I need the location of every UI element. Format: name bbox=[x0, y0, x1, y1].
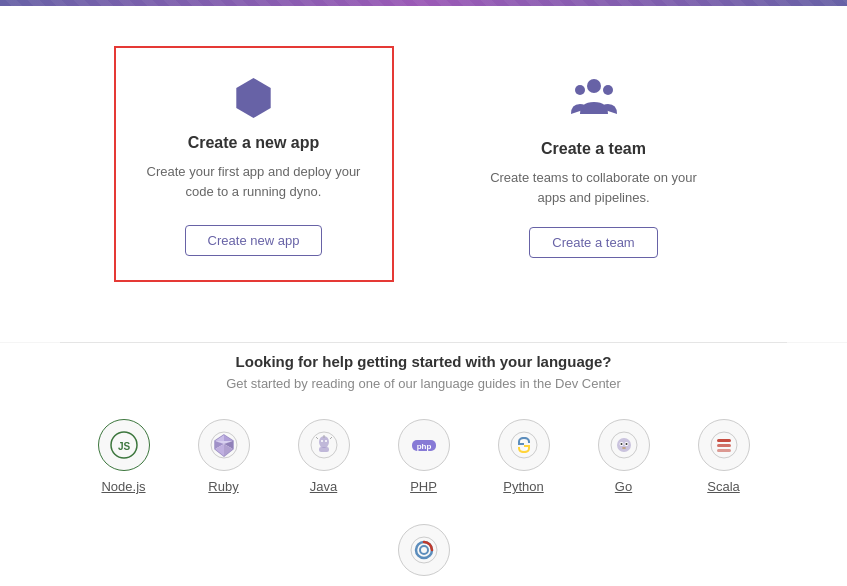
create-app-card: Create a new app Create your first app a… bbox=[114, 46, 394, 282]
svg-point-25 bbox=[520, 440, 522, 442]
svg-point-31 bbox=[620, 443, 622, 445]
svg-rect-35 bbox=[717, 439, 731, 442]
language-subtext: Get started by reading one of our langua… bbox=[80, 376, 767, 391]
lang-item-java[interactable]: Java bbox=[289, 419, 359, 494]
svg-point-2 bbox=[603, 85, 613, 95]
svg-point-32 bbox=[625, 443, 627, 445]
svg-point-0 bbox=[587, 79, 601, 93]
team-icon bbox=[571, 76, 617, 124]
svg-text:php: php bbox=[416, 442, 431, 451]
create-app-title: Create a new app bbox=[188, 134, 320, 152]
svg-point-28 bbox=[617, 438, 631, 452]
svg-text:JS: JS bbox=[117, 441, 130, 452]
language-section: Looking for help getting started with yo… bbox=[0, 343, 847, 586]
create-team-card: Create a team Create teams to collaborat… bbox=[454, 46, 734, 282]
lang-item-go[interactable]: Go bbox=[589, 419, 659, 494]
lang-item-clojure[interactable]: Clojure bbox=[389, 524, 459, 586]
svg-point-18 bbox=[325, 440, 327, 442]
php-label: PHP bbox=[410, 479, 437, 494]
go-icon bbox=[598, 419, 650, 471]
nodejs-label: Node.js bbox=[101, 479, 145, 494]
cards-row: Create a new app Create your first app a… bbox=[80, 46, 767, 282]
lang-item-scala[interactable]: Scala bbox=[689, 419, 759, 494]
java-icon bbox=[298, 419, 350, 471]
svg-point-1 bbox=[575, 85, 585, 95]
svg-point-26 bbox=[525, 448, 527, 450]
svg-rect-37 bbox=[717, 449, 731, 452]
php-icon: php bbox=[398, 419, 450, 471]
python-icon bbox=[498, 419, 550, 471]
python-label: Python bbox=[503, 479, 543, 494]
svg-rect-36 bbox=[717, 444, 731, 447]
main-content: Create a new app Create your first app a… bbox=[0, 6, 847, 342]
create-app-description: Create your first app and deploy your co… bbox=[140, 162, 368, 205]
ruby-icon bbox=[198, 419, 250, 471]
top-bar bbox=[0, 0, 847, 6]
hexagon-icon bbox=[234, 78, 274, 118]
lang-item-nodejs[interactable]: JS Node.js bbox=[89, 419, 159, 494]
create-new-app-button[interactable]: Create new app bbox=[185, 225, 323, 256]
lang-item-php[interactable]: php PHP bbox=[389, 419, 459, 494]
scala-icon bbox=[698, 419, 750, 471]
language-icons-row: JS Node.js Ruby bbox=[80, 419, 767, 586]
create-team-description: Create teams to collaborate on your apps… bbox=[478, 168, 710, 207]
nodejs-icon: JS bbox=[98, 419, 150, 471]
create-team-title: Create a team bbox=[541, 140, 646, 158]
clojure-icon bbox=[398, 524, 450, 576]
lang-item-ruby[interactable]: Ruby bbox=[189, 419, 259, 494]
create-team-button[interactable]: Create a team bbox=[529, 227, 657, 258]
scala-label: Scala bbox=[707, 479, 740, 494]
svg-point-33 bbox=[622, 447, 626, 449]
ruby-label: Ruby bbox=[208, 479, 238, 494]
svg-point-17 bbox=[321, 440, 323, 442]
lang-item-python[interactable]: Python bbox=[489, 419, 559, 494]
go-label: Go bbox=[615, 479, 632, 494]
language-heading: Looking for help getting started with yo… bbox=[80, 353, 767, 370]
svg-rect-16 bbox=[319, 447, 329, 452]
java-label: Java bbox=[310, 479, 337, 494]
